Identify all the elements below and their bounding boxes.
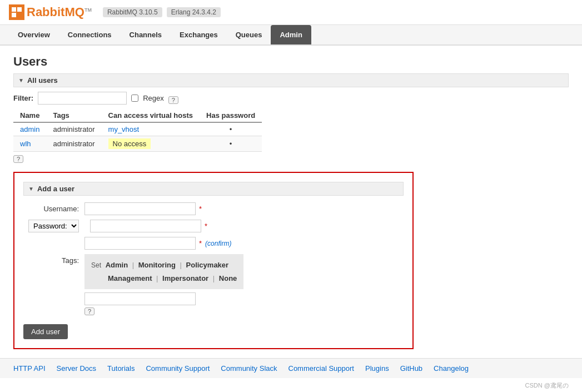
separator-3: | (156, 274, 158, 282)
footer-commercial-support[interactable]: Commercial Support (288, 364, 355, 373)
tag-management[interactable]: Management (108, 274, 152, 282)
footer-plugins[interactable]: Plugins (365, 364, 389, 373)
separator-1: | (132, 261, 134, 269)
username-required-star: * (199, 205, 202, 213)
col-name: Name (13, 109, 46, 122)
username-row: Username: * (23, 202, 404, 215)
nav-channels[interactable]: Channels (121, 25, 171, 44)
footer: HTTP API Server Docs Tutorials Community… (0, 358, 582, 378)
filter-input[interactable] (38, 92, 127, 105)
tags-input[interactable] (84, 292, 196, 305)
nav-exchanges[interactable]: Exchanges (171, 25, 227, 44)
confirm-password-row: * (confirm) (84, 237, 404, 250)
regex-label: Regex (143, 94, 164, 102)
user-password-admin: • (200, 122, 262, 136)
user-vhost-admin[interactable]: my_vhost (108, 125, 140, 133)
user-tags-admin: administrator (46, 122, 101, 136)
footer-github[interactable]: GitHub (400, 364, 422, 373)
password-input[interactable] (90, 220, 201, 232)
page-title: Users (13, 54, 569, 69)
confirm-required-star: * (199, 239, 202, 247)
table-row: admin administrator my_vhost • (13, 122, 262, 136)
col-password: Has password (200, 109, 262, 122)
logo-icon (9, 4, 24, 20)
col-vhost: Can access virtual hosts (102, 109, 200, 122)
nav-admin[interactable]: Admin (271, 25, 311, 44)
all-users-section: ▼ All users Filter: Regex ? Name Tags Ca… (13, 73, 569, 163)
tags-box: Set Admin | Monitoring | Policymaker Man… (84, 254, 243, 289)
filter-row: Filter: Regex ? (13, 92, 569, 105)
tags-label: Tags: (23, 254, 84, 265)
tags-section: Tags: Set Admin | Monitoring | Policymak… (23, 254, 404, 315)
password-type-select[interactable]: Password: Hashed: (28, 220, 79, 232)
add-user-button[interactable]: Add user (23, 324, 68, 339)
footer-http-api[interactable]: HTTP API (13, 364, 46, 373)
logo-text: RabbitMQTM (27, 5, 92, 19)
nav-connections[interactable]: Connections (59, 25, 121, 44)
content-area: Users ▼ All users Filter: Regex ? Name T… (0, 46, 582, 358)
rabbitmq-version: RabbitMQ 3.10.5 (103, 7, 162, 17)
separator-2: | (180, 261, 182, 269)
user-tags-wlh: administrator (46, 136, 101, 152)
footer-community-support[interactable]: Community Support (146, 364, 210, 373)
user-name-wlh[interactable]: wlh (20, 140, 31, 148)
password-label-group: Password: Hashed: (23, 220, 84, 232)
user-name-admin[interactable]: admin (20, 125, 39, 133)
footer-changelog[interactable]: Changelog (434, 364, 469, 373)
password-row: Password: Hashed: * (23, 220, 404, 232)
confirm-password-input[interactable] (84, 237, 196, 250)
filter-label: Filter: (13, 94, 33, 102)
tags-set-label: Set (91, 261, 101, 269)
username-label: Username: (23, 205, 84, 213)
confirm-label: (confirm) (205, 240, 231, 247)
nav-overview[interactable]: Overview (9, 25, 59, 44)
tag-policymaker[interactable]: Policymaker (186, 261, 229, 269)
logo: RabbitMQTM (9, 4, 92, 20)
version-info: RabbitMQ 3.10.5 Erlang 24.3.4.2 (103, 7, 221, 17)
tags-box-wrapper: Set Admin | Monitoring | Policymaker Man… (84, 254, 243, 315)
logo-mq: MQ (64, 5, 84, 19)
add-user-arrow: ▼ (28, 186, 34, 192)
main-nav: Overview Connections Channels Exchanges … (0, 25, 582, 46)
table-help-icon[interactable]: ? (13, 155, 23, 163)
footer-tutorials[interactable]: Tutorials (107, 364, 135, 373)
regex-checkbox[interactable] (131, 95, 138, 102)
user-vhost-wlh: No access (102, 136, 200, 152)
username-input[interactable] (84, 202, 196, 215)
add-user-section-header[interactable]: ▼ Add a user (23, 182, 404, 196)
add-user-section: ▼ Add a user Username: * Password: Hashe… (13, 172, 414, 349)
tags-help-icon[interactable]: ? (84, 307, 94, 315)
svg-rect-2 (12, 13, 16, 17)
watermark: CSDN @鸢尾の (0, 378, 582, 392)
add-user-title: Add a user (37, 185, 74, 193)
all-users-header[interactable]: ▼ All users (13, 73, 569, 87)
footer-community-slack[interactable]: Community Slack (221, 364, 277, 373)
tag-none[interactable]: None (219, 274, 237, 282)
password-required-star: * (205, 222, 207, 230)
nav-queues[interactable]: Queues (227, 25, 271, 44)
user-password-wlh: • (200, 136, 262, 152)
footer-server-docs[interactable]: Server Docs (57, 364, 97, 373)
svg-rect-0 (12, 7, 16, 12)
tag-monitoring[interactable]: Monitoring (138, 261, 176, 269)
logo-tm: TM (84, 7, 92, 13)
header: RabbitMQTM RabbitMQ 3.10.5 Erlang 24.3.4… (0, 0, 582, 25)
svg-rect-1 (17, 7, 22, 12)
separator-4: | (213, 274, 215, 282)
col-tags: Tags (46, 109, 101, 122)
tag-admin[interactable]: Admin (106, 261, 128, 269)
table-row: wlh administrator No access • (13, 136, 262, 152)
erlang-version: Erlang 24.3.4.2 (167, 7, 221, 17)
collapse-arrow: ▼ (18, 77, 24, 83)
tag-impersonator[interactable]: Impersonator (162, 274, 208, 282)
regex-help-icon[interactable]: ? (168, 96, 178, 104)
logo-rabbit: Rabbit (27, 5, 64, 19)
users-table: Name Tags Can access virtual hosts Has p… (13, 109, 262, 152)
all-users-title: All users (27, 76, 58, 85)
